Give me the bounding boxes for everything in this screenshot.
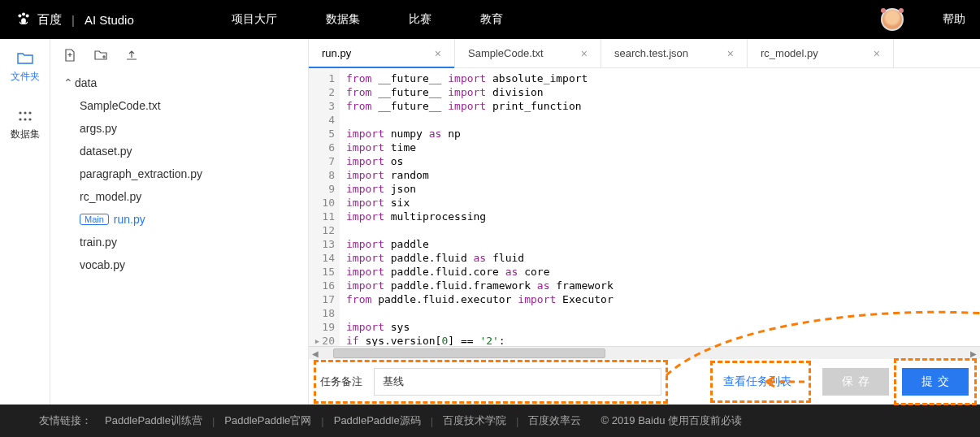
file-tree: ⌃ data SampleCode.txt args.py dataset.py… <box>50 68 308 279</box>
tab-search-json[interactable]: search.test.json× <box>601 39 748 67</box>
folder-icon <box>17 52 33 65</box>
new-folder-icon[interactable] <box>94 49 107 62</box>
help-link[interactable]: 帮助 <box>943 12 965 27</box>
submit-button[interactable]: 提交 <box>902 368 969 396</box>
nav-projects[interactable]: 项目大厅 <box>232 12 277 27</box>
svg-point-6 <box>28 111 31 114</box>
tab-run-py[interactable]: run.py× <box>309 39 455 67</box>
logo-studio-text: AI Studio <box>85 13 134 27</box>
nav-datasets[interactable]: 数据集 <box>326 12 360 27</box>
close-icon[interactable]: × <box>581 47 588 60</box>
remark-input[interactable] <box>374 368 661 396</box>
file-row[interactable]: paragraph_extraction.py <box>50 162 308 185</box>
scrollbar-thumb[interactable] <box>333 348 605 358</box>
rail-datasets-label: 数据集 <box>11 128 40 141</box>
file-name: run.py <box>114 213 145 226</box>
svg-point-2 <box>26 14 29 17</box>
footer-link[interactable]: 百度技术学院 <box>443 413 506 428</box>
baidu-logo-icon <box>15 11 33 28</box>
remark-label: 任务备注 <box>320 374 362 389</box>
action-row: 任务备注 查看任务列表 保存 提交 <box>309 359 980 405</box>
file-row[interactable]: vocab.py <box>50 253 308 276</box>
svg-point-9 <box>28 118 31 120</box>
tab-rc-model[interactable]: rc_model.py× <box>748 39 894 67</box>
file-row[interactable]: train.py <box>50 231 308 253</box>
scroll-right-icon[interactable]: ▶ <box>967 347 980 360</box>
rail-datasets[interactable]: 数据集 <box>0 97 50 154</box>
close-icon[interactable]: × <box>435 47 441 60</box>
file-row[interactable]: SampleCode.txt <box>50 94 308 117</box>
file-row[interactable]: dataset.py <box>50 140 308 162</box>
editor-area: run.py× SampleCode.txt× search.test.json… <box>309 39 980 405</box>
code-editor[interactable]: ◀ 12345678910111213141516171819202122232… <box>309 68 980 346</box>
top-bar: 百度 | AI Studio 项目大厅 数据集 比赛 教育 帮助 <box>0 0 980 39</box>
main-badge: Main <box>80 214 109 225</box>
line-gutter: 123456789101112131415161718192021222324 <box>309 68 340 346</box>
footer-link[interactable]: 百度效率云 <box>528 413 581 428</box>
logo[interactable]: 百度 | AI Studio <box>15 11 134 28</box>
logo-baidu-text: 百度 <box>37 12 62 28</box>
footer-prefix: 友情链接： <box>39 413 92 428</box>
editor-tabs: run.py× SampleCode.txt× search.test.json… <box>309 39 980 68</box>
svg-point-8 <box>24 118 26 120</box>
close-icon[interactable]: × <box>727 47 734 60</box>
scroll-left-icon[interactable]: ◀ <box>309 347 322 360</box>
view-task-list-link[interactable]: 查看任务列表 <box>723 374 791 387</box>
caret-down-icon: ⌃ <box>63 76 72 89</box>
nav-education[interactable]: 教育 <box>480 12 503 27</box>
new-file-icon[interactable] <box>63 49 76 62</box>
svg-point-7 <box>19 118 21 120</box>
save-button[interactable]: 保存 <box>822 368 889 396</box>
svg-point-0 <box>18 14 21 17</box>
file-row[interactable]: rc_model.py <box>50 185 308 208</box>
rail-files-label: 文件夹 <box>11 70 40 84</box>
footer-link[interactable]: PaddlePaddle训练营 <box>105 413 202 428</box>
footer-copyright: © 2019 Baidu 使用百度前必读 <box>601 413 742 428</box>
file-row[interactable]: args.py <box>50 117 308 140</box>
footer-link[interactable]: PaddlePaddle官网 <box>224 413 311 428</box>
tab-samplecode[interactable]: SampleCode.txt× <box>455 39 601 67</box>
folder-row[interactable]: ⌃ data <box>50 71 308 94</box>
dataset-icon <box>17 110 33 123</box>
upload-icon[interactable] <box>125 49 138 62</box>
side-rail: 文件夹 数据集 <box>0 39 50 405</box>
remark-block: 任务备注 <box>320 368 661 396</box>
svg-point-5 <box>24 111 26 114</box>
close-icon[interactable]: × <box>874 47 880 60</box>
file-panel: ⌃ data SampleCode.txt args.py dataset.py… <box>50 39 309 405</box>
svg-point-4 <box>19 111 21 114</box>
svg-point-3 <box>21 18 26 24</box>
code-content[interactable]: from __future__ import absolute_importfr… <box>340 68 980 346</box>
main-area: 文件夹 数据集 ⌃ data SampleCode. <box>0 39 980 405</box>
file-row-main[interactable]: Mainrun.py <box>50 208 308 231</box>
file-toolbar <box>50 49 308 68</box>
horizontal-scrollbar[interactable]: ◀ ▶ <box>309 346 980 359</box>
nav-competition[interactable]: 比赛 <box>409 12 431 27</box>
footer: 友情链接： PaddlePaddle训练营| PaddlePaddle官网| P… <box>0 405 980 437</box>
rail-files[interactable]: 文件夹 <box>0 39 50 97</box>
svg-point-1 <box>22 13 25 16</box>
footer-link[interactable]: PaddlePaddle源码 <box>334 413 421 428</box>
top-nav: 项目大厅 数据集 比赛 教育 <box>232 12 503 27</box>
folder-name: data <box>75 76 97 89</box>
user-avatar[interactable] <box>881 8 904 31</box>
